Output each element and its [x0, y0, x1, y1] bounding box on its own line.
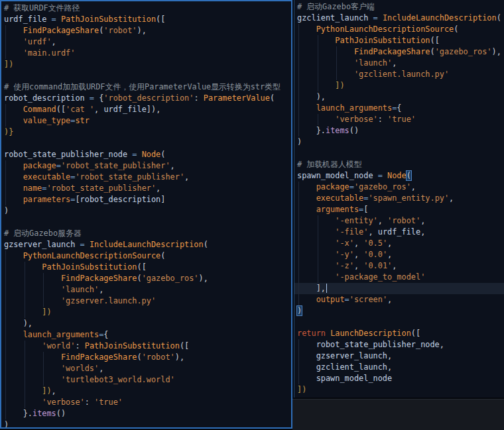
code-line[interactable] — [4, 70, 291, 81]
code-line[interactable]: }.items() — [297, 125, 504, 136]
indent-guide-line — [5, 363, 6, 374]
code-token: 'robot_state_publisher' — [75, 172, 184, 182]
code-line[interactable]: gzclient_launch = IncludeLaunchDescripti… — [297, 13, 504, 24]
code-line[interactable]: ]) — [297, 80, 504, 91]
editor-pane-right[interactable]: # 启动Gazebo客户端gzclient_launch = IncludeLa… — [294, 0, 504, 398]
code-line[interactable]: 'verbose': 'true' — [4, 397, 291, 408]
code-token — [4, 184, 23, 193]
code-line[interactable]: 'worlds', — [4, 363, 291, 374]
code-line[interactable]: ), — [4, 318, 291, 329]
code-line[interactable]: '-z', '0.01', — [297, 260, 504, 272]
code-line[interactable]: robot_description = {'robot_description'… — [4, 93, 291, 104]
code-line[interactable]: ) — [297, 136, 504, 148]
code-line[interactable]: )} — [4, 127, 291, 138]
code-token: ( — [430, 47, 434, 56]
indent-guide-line — [5, 318, 6, 329]
code-line[interactable]: package='gazebo_ros', — [297, 182, 504, 193]
code-line[interactable]: 'main.urdf' — [4, 48, 291, 59]
code-line[interactable]: ]) — [297, 384, 504, 396]
code-line[interactable] — [4, 138, 291, 149]
code-line[interactable]: ]) — [4, 307, 291, 318]
code-token: parameters — [23, 195, 71, 204]
code-line[interactable]: ], — [297, 283, 504, 294]
code-token: FindPackageShare — [354, 47, 430, 56]
indent-guide-line — [5, 48, 6, 59]
code-line[interactable]: FindPackageShare('gazebo_ros'), — [4, 273, 291, 284]
code-line[interactable]: 'verbose': 'true' — [297, 114, 504, 125]
code-line[interactable]: ) — [297, 305, 504, 317]
code-line[interactable]: package='robot_state_publisher', — [4, 160, 291, 172]
code-line[interactable]: ), — [297, 91, 504, 103]
code-line[interactable]: ]), — [4, 386, 291, 397]
code-line[interactable]: arguments=[ — [297, 204, 504, 215]
code-token: PythonLaunchDescriptionSource — [23, 251, 161, 260]
code-token: 'verbose' — [42, 398, 84, 407]
code-line[interactable]: 'world': PathJoinSubstitution([ — [4, 341, 291, 352]
code-line[interactable]: gzserver_launch, — [297, 350, 504, 362]
code-line[interactable]: # 加载机器人模型 — [297, 159, 504, 170]
code-line[interactable]: FindPackageShare('gazebo_ros'), — [297, 46, 504, 58]
code-line[interactable]: PathJoinSubstitution([ — [4, 262, 291, 273]
indent-guide-line — [298, 238, 299, 249]
code-area-left[interactable]: # 获取URDF文件路径urdf_file = PathJoinSubstitu… — [1, 1, 291, 429]
comment-text: # 启动Gazebo服务器 — [4, 229, 82, 238]
code-line[interactable]: '-entity', 'robot', — [297, 215, 504, 227]
code-token: 'robot_state_publisher' — [46, 184, 156, 193]
code-line[interactable]: launch_arguments={ — [297, 103, 504, 114]
code-line[interactable]: output='screen', — [297, 294, 504, 305]
code-line[interactable]: 'urdf', — [4, 36, 291, 48]
code-line[interactable]: gzserver_launch = IncludeLaunchDescripti… — [4, 239, 291, 250]
code-line[interactable] — [4, 217, 291, 228]
code-line[interactable]: ) — [4, 419, 291, 429]
code-token: 'robot' — [387, 216, 420, 225]
code-area-right[interactable]: # 启动Gazebo客户端gzclient_launch = IncludeLa… — [294, 0, 504, 396]
code-line[interactable]: 'launch', — [297, 58, 504, 69]
code-line[interactable]: 'turtlebot3_world.world' — [4, 374, 291, 386]
code-token: 'gzserver.launch.py' — [61, 296, 156, 305]
code-line[interactable]: PathJoinSubstitution([ — [297, 35, 504, 46]
code-line[interactable]: spawn_model_node — [297, 373, 504, 384]
code-line[interactable]: value_type=str — [4, 115, 291, 127]
code-token: ([ — [137, 262, 146, 272]
code-line[interactable]: name='robot_state_publisher', — [4, 183, 291, 194]
code-line[interactable]: gzclient_launch, — [297, 362, 504, 373]
code-line[interactable]: spawn_model_node = Node( — [297, 170, 504, 182]
code-line[interactable]: 'gzclient.launch.py' — [297, 69, 504, 80]
code-line[interactable]: FindPackageShare('robot'), — [4, 25, 291, 36]
code-line[interactable]: return LaunchDescription([ — [297, 328, 504, 339]
code-line[interactable]: ) — [4, 205, 291, 217]
code-token: , — [420, 227, 425, 237]
code-line[interactable] — [297, 317, 504, 328]
code-line[interactable]: urdf_file = PathJoinSubstitution([ — [4, 14, 291, 25]
code-token: ), — [23, 319, 32, 328]
code-line[interactable]: robot_state_publisher_node = Node( — [4, 149, 291, 160]
code-line[interactable]: FindPackageShare('robot'), — [4, 352, 291, 363]
code-line[interactable]: '-x', '0.5', — [297, 238, 504, 249]
code-line[interactable]: executable='robot_state_publisher', — [4, 172, 291, 183]
code-token: package — [316, 182, 349, 191]
code-line[interactable]: 'gzserver.launch.py' — [4, 296, 291, 307]
code-line[interactable]: ]) — [4, 59, 291, 70]
code-line[interactable]: PythonLaunchDescriptionSource( — [4, 250, 291, 262]
code-line[interactable]: launch_arguments={ — [4, 329, 291, 341]
code-line[interactable]: '-file', urdf_file, — [297, 227, 504, 238]
code-line[interactable]: # 启动Gazebo服务器 — [4, 228, 291, 239]
code-token: gzclient_launch — [316, 362, 387, 372]
code-token: IncludeLaunchDescription — [383, 13, 497, 23]
code-line[interactable]: # 启动Gazebo客户端 — [297, 1, 504, 13]
code-line[interactable]: '-y', '0.0', — [297, 249, 504, 260]
code-line[interactable]: robot_state_publisher_node, — [297, 339, 504, 350]
code-line[interactable]: # 获取URDF文件路径 — [4, 3, 291, 14]
code-line[interactable]: 'launch', — [4, 284, 291, 296]
code-line[interactable]: Command(['cat ', urdf_file]), — [4, 104, 291, 115]
code-line[interactable]: PythonLaunchDescriptionSource( — [297, 24, 504, 35]
code-line[interactable]: parameters=[robot_description] — [4, 194, 291, 205]
code-line[interactable]: }.items() — [4, 408, 291, 419]
code-line[interactable]: # 使用command加加载URDF文件，使用ParameterValue显示转… — [4, 81, 291, 93]
code-line[interactable] — [297, 148, 504, 159]
editor-pane-left[interactable]: # 获取URDF文件路径urdf_file = PathJoinSubstitu… — [0, 0, 292, 429]
code-line[interactable]: '-package_to_model' — [297, 272, 504, 283]
code-token — [297, 374, 316, 383]
code-line[interactable]: executable='spawn_entity.py', — [297, 193, 504, 204]
code-token: Command — [23, 105, 56, 114]
